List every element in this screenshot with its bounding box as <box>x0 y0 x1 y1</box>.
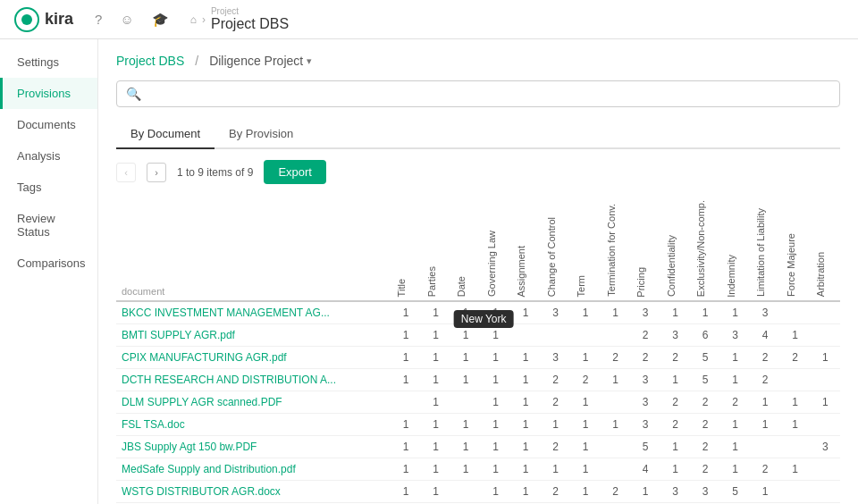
cell-limitation: 1 <box>750 414 780 436</box>
cell-gov_law: 1 <box>481 458 511 481</box>
cell-change_ctrl: 3 <box>541 301 571 324</box>
cell-term: 1 <box>570 436 601 458</box>
sidebar-item-tags[interactable]: Tags <box>0 172 97 203</box>
tab-by-provision[interactable]: By Provision <box>214 120 307 149</box>
cell-term: 1 <box>570 414 601 436</box>
prev-button[interactable]: ‹ <box>116 163 136 182</box>
cell-termination: 1 <box>601 301 631 324</box>
next-button[interactable]: › <box>147 163 166 182</box>
table-row: CPIX MANUFACTURING AGR.pdf11111312225122… <box>116 347 840 369</box>
sidebar-item-provisions[interactable]: Provisions <box>0 78 97 109</box>
sidebar-item-settings[interactable]: Settings <box>0 46 97 78</box>
cell-confidentiality: 1 <box>660 369 691 391</box>
help-icon[interactable]: ? <box>95 12 102 27</box>
cell-assignment: 1 <box>510 301 541 324</box>
cell-doc[interactable]: DCTH RESEARCH AND DISTRIBUTION A... <box>116 369 391 391</box>
col-header-confidentiality: Confidentiality <box>660 197 691 301</box>
cell-confidentiality: 1 <box>660 458 691 481</box>
logo-area: kira <box>14 7 73 32</box>
home-icon[interactable]: ⌂ <box>190 13 197 26</box>
sidebar-item-comparisons[interactable]: Comparisons <box>0 248 97 279</box>
user-icon[interactable]: ☺ <box>120 12 133 27</box>
cell-title <box>391 391 421 414</box>
cell-doc[interactable]: WSTG DISTRIBUTOR AGR.docx <box>116 481 391 503</box>
table-row: BKCC INVESTMENT MANAGEMENT AG...11111311… <box>116 301 840 324</box>
cell-date <box>450 391 481 414</box>
cell-termination: 2 <box>601 347 631 369</box>
cell-exclusivity: 2 <box>690 436 720 458</box>
cell-termination: 1 <box>601 414 631 436</box>
col-header-arbitration: Arbitration <box>810 197 840 301</box>
cell-limitation <box>750 436 780 458</box>
cell-arbitration: 1 <box>810 347 840 369</box>
cell-indemnity: 1 <box>720 301 751 324</box>
cell-arbitration <box>810 458 840 481</box>
breadcrumb-separator: › <box>202 13 206 26</box>
cell-doc[interactable]: MedSafe Supply and Distribution.pdf <box>116 458 391 481</box>
cell-assignment: 1 <box>510 391 541 414</box>
cell-gov_law: 1 <box>481 481 511 503</box>
cell-exclusivity: 5 <box>690 369 720 391</box>
cell-indemnity: 2 <box>720 391 751 414</box>
col-header-parties: Parties <box>421 197 451 301</box>
cell-doc[interactable]: FSL TSA.doc <box>116 414 391 436</box>
content-area: Project DBS / Diligence Project ▾ 🔍 By D… <box>98 39 858 504</box>
search-bar: 🔍 <box>116 80 840 107</box>
col-header-gov-law: Governing Law <box>481 197 511 301</box>
cell-doc[interactable]: BMTI SUPPLY AGR.pdf <box>116 324 391 347</box>
col-header-exclusivity: Exclusivity/Non-comp. <box>690 197 720 301</box>
cell-title: 1 <box>391 458 421 481</box>
cell-doc[interactable]: BKCC INVESTMENT MANAGEMENT AG... <box>116 301 391 324</box>
cell-exclusivity: 6 <box>690 324 720 347</box>
graduate-icon[interactable]: 🎓 <box>152 12 169 28</box>
logo-icon <box>14 7 39 32</box>
table-row: WSTG DISTRIBUTOR AGR.docx111121213351 <box>116 481 840 503</box>
cell-confidentiality: 1 <box>660 301 691 324</box>
cell-pricing: 5 <box>630 436 660 458</box>
cell-doc[interactable]: JBS Supply Agt 150 bw.PDF <box>116 436 391 458</box>
cell-arbitration: 1 <box>810 391 840 414</box>
cell-parties: 1 <box>421 324 451 347</box>
cell-indemnity: 5 <box>720 481 751 503</box>
cell-date: 1 <box>450 414 481 436</box>
cell-term: 1 <box>570 458 601 481</box>
tab-by-document[interactable]: By Document <box>116 120 214 149</box>
cell-pricing: 4 <box>630 458 660 481</box>
cell-gov_law: 1 <box>481 436 511 458</box>
sidebar-item-analysis[interactable]: Analysis <box>0 140 97 172</box>
col-header-indemnity: Indemnity <box>720 197 751 301</box>
cell-title: 1 <box>391 436 421 458</box>
cell-change_ctrl: 3 <box>541 347 571 369</box>
cell-pricing: 2 <box>630 347 660 369</box>
cell-term: 1 <box>570 301 601 324</box>
cell-confidentiality: 1 <box>660 436 691 458</box>
project-dropdown[interactable]: Diligence Project ▾ <box>209 54 312 68</box>
search-input[interactable] <box>147 88 830 101</box>
cell-assignment: 1 <box>510 436 541 458</box>
cell-force: 1 <box>780 414 811 436</box>
cell-gov_law: 1New York <box>481 324 511 347</box>
cell-title: 1 <box>391 301 421 324</box>
cell-change_ctrl: 1 <box>541 414 571 436</box>
logo-text: kira <box>45 10 73 29</box>
cell-force <box>780 369 811 391</box>
cell-force <box>780 301 811 324</box>
sidebar-item-review-status[interactable]: Review Status <box>0 203 97 248</box>
cell-force: 1 <box>780 391 811 414</box>
main-layout: Settings Provisions Documents Analysis T… <box>0 39 858 504</box>
cell-termination: 2 <box>601 481 631 503</box>
cell-parties: 1 <box>421 369 451 391</box>
table-row: DCTH RESEARCH AND DISTRIBUTION A...11111… <box>116 369 840 391</box>
project-link[interactable]: Project DBS <box>116 54 184 68</box>
cell-change_ctrl: 2 <box>541 369 571 391</box>
sidebar-item-documents[interactable]: Documents <box>0 109 97 140</box>
cell-doc[interactable]: CPIX MANUFACTURING AGR.pdf <box>116 347 391 369</box>
cell-termination <box>601 436 631 458</box>
cell-arbitration <box>810 324 840 347</box>
cell-doc[interactable]: DLM SUPPLY AGR scanned.PDF <box>116 391 391 414</box>
cell-indemnity: 1 <box>720 347 751 369</box>
export-button[interactable]: Export <box>264 160 326 184</box>
cell-gov_law: 1 <box>481 369 511 391</box>
cell-force: 2 <box>780 347 811 369</box>
breadcrumb-project-title[interactable]: Project DBS <box>211 16 289 32</box>
